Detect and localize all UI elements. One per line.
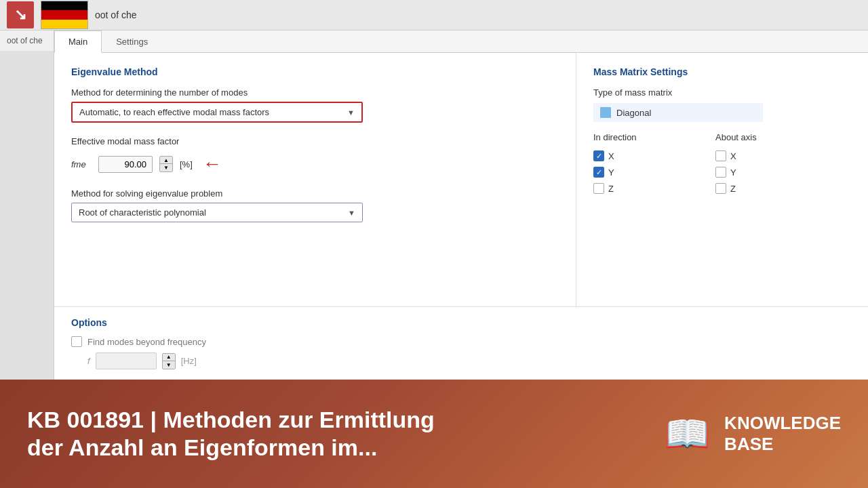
solving-method-label: Method for solving eigenvalue problem [71,188,559,199]
method-field-label: Method for determining the number of mod… [71,87,559,98]
left-sidebar: oot of che [0,30,54,380]
dir-y-in-label: Y [608,167,614,178]
freq-spinner-down[interactable]: ▼ [163,361,175,369]
flag-red-stripe [41,10,87,19]
options-title: Options [71,317,851,328]
dir-z-about-label: Z [730,184,736,194]
freq-f-label: f [87,356,90,366]
dir-row-y-about: Y [715,164,837,180]
dir-y-about-label: Y [730,167,736,178]
two-column-layout: Eigenvalue Method Method for determining… [54,53,868,306]
tab-main[interactable]: Main [54,30,102,53]
diagonal-row: Diagonal [593,103,763,122]
topbar-text: oot of che [95,9,137,20]
about-axis-header: About axis [715,132,837,148]
freq-row: f ▲ ▼ [Hz] [87,352,851,369]
banner-text-main: KB 001891 | Methoden zur Ermittlungder A… [27,406,644,462]
tab-settings[interactable]: Settings [102,30,162,53]
dir-row-y-in: Y [593,164,715,180]
flag-black-stripe [41,1,87,10]
german-flag-icon [41,1,88,29]
fme-label: fme [71,159,92,169]
right-panel: Mass Matrix Settings Type of mass matrix… [576,53,868,306]
tabs-bar: Main Settings [54,30,868,53]
find-modes-label: Find modes beyond frequency [87,337,206,347]
solving-method-value: Root of characteristic polynomial [79,207,206,218]
solving-method-subsection: Method for solving eigenvalue problem Ro… [71,188,559,222]
diagonal-text: Diagonal [616,108,651,118]
find-modes-row: Find modes beyond frequency [71,336,851,347]
top-bar: ↘ oot of che [0,0,868,30]
effective-mass-subsection: Effective modal mass factor fme ▲ ▼ [%] … [71,136,559,175]
arrow-icon: ↘ [7,1,34,28]
fme-spinner[interactable]: ▲ ▼ [159,156,173,172]
effective-mass-label: Effective modal mass factor [71,136,559,146]
dir-row-z-about: Z [715,180,837,197]
checkbox-x-about-axis[interactable] [715,150,726,161]
dir-row-x-in: X [593,148,715,164]
diagonal-color-swatch [600,107,611,118]
solving-method-dropdown[interactable]: Root of characteristic polynomial ▼ [71,203,363,222]
direction-grid: In direction About axis X X Y [593,132,851,197]
banner-right: 📖 KNOWLEDGEBASE [664,412,841,456]
dir-x-in-label: X [608,151,614,161]
flag-yellow-stripe [41,20,87,28]
bottom-banner: KB 001891 | Methoden zur Ermittlungder A… [0,380,868,488]
knowledge-base-text: KNOWLEDGEBASE [724,413,841,455]
left-panel: Eigenvalue Method Method for determining… [54,53,576,306]
method-dropdown[interactable]: Automatic, to reach effective modal mass… [71,102,363,123]
solving-dropdown-chevron: ▼ [348,209,355,217]
fme-spinner-up[interactable]: ▲ [160,157,172,164]
in-direction-header: In direction [593,132,715,148]
partial-tab-text: oot of che [0,30,54,51]
main-content: Main Settings Eigenvalue Method Method f… [54,30,868,380]
freq-spinner[interactable]: ▲ ▼ [162,353,176,369]
freq-spinner-up[interactable]: ▲ [163,354,175,361]
checkbox-y-in-direction[interactable] [593,167,604,178]
fme-unit: [%] [180,159,193,169]
checkbox-x-in-direction[interactable] [593,150,604,161]
find-modes-checkbox[interactable] [71,336,82,347]
fme-row: fme ▲ ▼ [%] ← [71,153,559,175]
dir-x-about-label: X [730,151,736,161]
book-icon: 📖 [664,412,711,456]
banner-title: KB 001891 | Methoden zur Ermittlungder A… [27,406,644,462]
dir-row-z-in: Z [593,180,715,197]
method-dropdown-chevron: ▼ [347,108,355,117]
dir-row-x-about: X [715,148,837,164]
mass-matrix-title: Mass Matrix Settings [593,66,851,77]
red-arrow-icon: ← [203,153,222,175]
checkbox-z-in-direction[interactable] [593,183,604,194]
freq-input[interactable] [96,352,157,369]
dir-z-in-label: Z [608,184,614,194]
fme-spinner-down[interactable]: ▼ [160,164,172,171]
freq-unit: [Hz] [181,356,197,366]
method-dropdown-value: Automatic, to reach effective modal mass… [79,107,269,117]
options-panel: Options Find modes beyond frequency f ▲ … [54,306,868,380]
checkbox-y-about-axis[interactable] [715,167,726,178]
checkbox-z-about-axis[interactable] [715,183,726,194]
type-of-mass-label: Type of mass matrix [593,87,851,98]
eigenvalue-section-title: Eigenvalue Method [71,66,559,77]
fme-input[interactable] [98,156,153,173]
